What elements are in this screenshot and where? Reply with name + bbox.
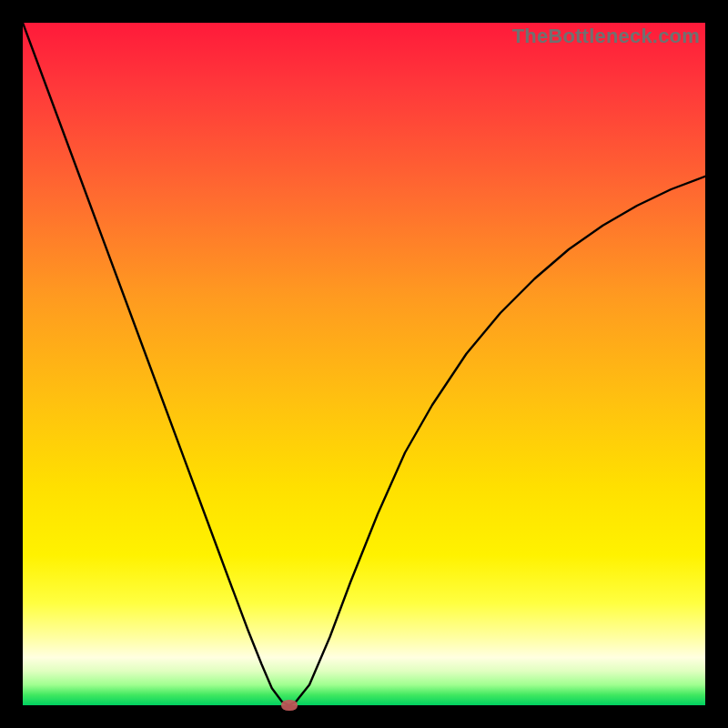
plot-area: TheBottleneck.com <box>23 23 705 705</box>
optimum-marker <box>281 700 298 711</box>
bottleneck-curve-path <box>23 23 705 705</box>
chart-frame: TheBottleneck.com <box>0 0 728 728</box>
curve-svg <box>23 23 705 705</box>
attribution-text: TheBottleneck.com <box>512 25 700 48</box>
